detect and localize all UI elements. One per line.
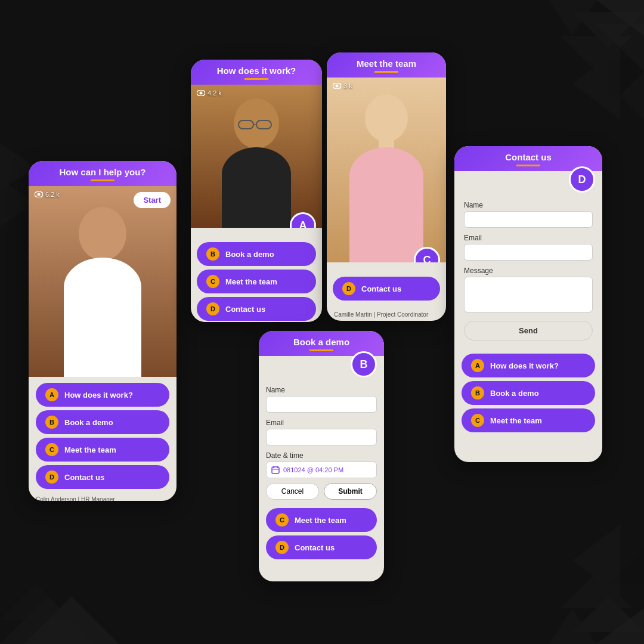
main-video-footer: Colin Anderson | HR Manager [29,493,177,501]
option-contact-us[interactable]: D Contact us [36,465,169,489]
badge-b: B [45,416,58,429]
deco-arrows-bottom-right [453,477,644,644]
option-book-demo-2[interactable]: B Book a demo [197,242,316,266]
contact-us-badge: D [569,166,595,193]
start-button[interactable]: Start [134,192,171,208]
book-demo-card: Book a demo B Name Email Date & time 081… [259,331,384,581]
book-demo-datetime-field[interactable]: 081024 @ 04:20 PM [266,462,377,478]
book-demo-badge-area: B [259,356,384,386]
badge-c4: C [471,414,484,427]
person-silhouette-1 [43,204,162,377]
deco-arrows-top-right [453,0,644,167]
contact-us-title: Contact us [505,152,552,162]
book-demo-title: Book a demo [293,337,349,347]
book-demo-datetime-label: Date & time [266,451,377,460]
badge-c3: C [275,513,289,527]
badge-b3: B [471,386,484,400]
badge-a: A [45,388,58,401]
badge-d2: D [206,302,219,315]
option-book-demo-3[interactable]: B Book a demo [462,381,595,405]
option-how-it-works-2[interactable]: A How does it work? [462,354,595,377]
option-meet-team[interactable]: C Meet the team [36,438,169,462]
option-contact-us-4[interactable]: D Contact us [266,535,377,559]
badge-b2: B [206,247,219,261]
book-demo-name-input[interactable] [266,396,377,413]
badge-a2: A [471,359,484,372]
svg-rect-40 [272,467,279,473]
badge-d3: D [342,282,355,295]
contact-us-name-input[interactable] [464,211,593,228]
main-video-header: How can I help you? [29,161,177,186]
meet-team-footer: Camille Martin | Project Coordinator [327,308,446,321]
contact-us-form: Name Email Message Send [454,201,602,351]
option-meet-team-4[interactable]: C Meet the team [462,408,595,432]
contact-us-email-input[interactable] [464,244,593,261]
svg-point-19 [79,207,126,261]
option-meet-team-3[interactable]: C Meet the team [266,508,377,532]
badge-c: C [45,443,58,456]
meet-team-video: 3 k C [327,78,446,262]
meet-team-title: Meet the team [357,58,416,69]
book-demo-form-actions: Cancel Submit [266,483,377,500]
svg-point-34 [365,94,408,142]
contact-us-name-label: Name [464,201,593,209]
book-demo-badge: B [351,351,377,377]
book-demo-form: Name Email Date & time 081024 @ 04:20 PM… [259,386,384,500]
how-it-works-views: 4.2 k [197,89,222,97]
contact-us-card: Contact us D Name Email Message Send A H… [454,146,602,462]
option-contact-us-2[interactable]: D Contact us [197,297,316,321]
svg-point-24 [38,193,41,196]
contact-us-message-label: Message [464,267,593,275]
svg-point-33 [200,92,203,95]
contact-us-send-button[interactable]: Send [464,321,593,340]
svg-rect-31 [222,174,291,228]
book-demo-email-label: Email [266,419,377,427]
svg-marker-18 [0,584,72,620]
book-demo-cancel[interactable]: Cancel [266,483,319,500]
book-demo-name-label: Name [266,386,377,394]
contact-us-badge-area: D [454,171,602,201]
how-it-works-video: 4.2 k A [191,85,322,228]
svg-rect-22 [64,287,141,377]
meet-team-card: Meet the team 3 k C D Contact us Camille… [327,52,446,321]
svg-point-39 [336,85,339,88]
main-video-area: 6.2 k Start [29,186,177,377]
book-demo-datetime-value: 081024 @ 04:20 PM [283,466,343,473]
person-silhouette-3 [333,89,440,262]
contact-us-options: A How does it work? B Book a demo C Meet… [454,351,602,441]
meet-team-views: 3 k [333,82,352,89]
badge-c2: C [206,275,219,288]
book-demo-email-input[interactable] [266,429,377,445]
how-it-works-title: How does it work? [217,66,296,76]
badge-d: D [45,470,58,484]
option-how-it-works[interactable]: A How does it work? [36,383,169,407]
main-video-views: 6.2 k [35,191,60,198]
book-demo-options: C Meet the team D Contact us [259,506,384,565]
badge-d4: D [275,541,289,554]
option-meet-team-2[interactable]: C Meet the team [197,270,316,293]
main-video-options: A How does it work? B Book a demo C Meet… [29,377,177,489]
main-video-card: How can I help you? 6.2 k Start A How do… [29,161,177,501]
main-video-title: How can I help you? [59,167,145,177]
person-silhouette-2 [203,97,310,228]
svg-rect-37 [349,176,423,262]
how-it-works-options: B Book a demo C Meet the team D Contact … [191,228,322,322]
calendar-icon [271,466,280,474]
how-it-works-card: How does it work? 4.2 k A B Book a demo [191,60,322,322]
option-contact-us-3[interactable]: D Contact us [333,277,440,301]
deco-arrows-bottom-left [0,537,119,644]
book-demo-submit[interactable]: Submit [324,483,377,500]
meet-team-header: Meet the team [327,52,446,78]
contact-us-email-label: Email [464,234,593,242]
contact-us-message-input[interactable] [464,277,593,312]
how-it-works-header: How does it work? [191,60,322,85]
option-book-demo[interactable]: B Book a demo [36,410,169,434]
meet-team-options: D Contact us [327,262,446,308]
